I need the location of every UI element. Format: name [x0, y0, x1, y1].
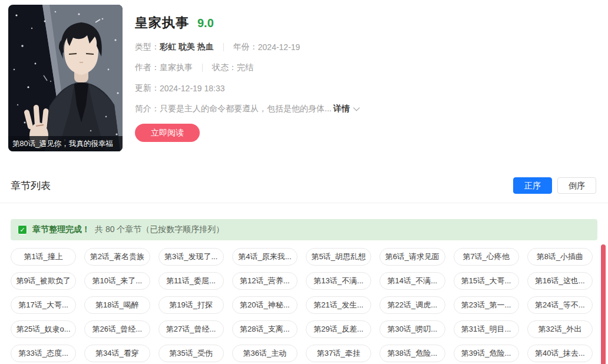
- chapter-link[interactable]: 第31话_明目...: [454, 320, 519, 338]
- chapter-link[interactable]: 第3话_发现了...: [158, 248, 224, 266]
- chapter-link[interactable]: 第35话_受伤: [158, 345, 224, 362]
- cover-art-illustration: [8, 5, 123, 151]
- status-value: 完结: [237, 62, 253, 73]
- meta-row-intro: 简介： 只要是主人的命令都要遵从，包括是他的身体... 详情: [135, 104, 358, 114]
- chapter-link[interactable]: 第18话_喝醉: [84, 296, 150, 314]
- meta-row-author-status: 作者： 皇家执事 状态： 完结: [135, 62, 358, 73]
- chapter-link[interactable]: 第27话_曾经...: [158, 320, 224, 338]
- chapter-link[interactable]: 第5话_胡思乱想: [306, 248, 371, 266]
- chapter-link[interactable]: 第13话_不满...: [306, 272, 371, 290]
- chapter-link[interactable]: 第8话_小插曲: [527, 248, 593, 266]
- chapter-grid: 第1话_撞上 第2话_著名贵族 第3话_发现了... 第4话_原来我... 第5…: [11, 248, 593, 362]
- book-title: 皇家执事: [135, 14, 189, 32]
- chapter-link[interactable]: 第6话_请求见面: [379, 248, 445, 266]
- author-value: 皇家执事: [160, 62, 193, 73]
- status-label: 状态：: [212, 62, 237, 73]
- chapter-list-title: 章节列表: [11, 179, 51, 193]
- chapter-link[interactable]: 第19话_打探: [158, 296, 224, 314]
- meta-row-type-year: 类型： 彩虹 耽美 热血 年份： 2024-12-19: [135, 42, 358, 52]
- type-value[interactable]: 彩虹 耽美 热血: [160, 42, 214, 52]
- alert-detail-text: 共 80 个章节（已按数字顺序排列）: [95, 224, 224, 235]
- book-cover[interactable]: 第80话_遇见你，我真的很幸福: [8, 5, 123, 151]
- sort-toggle-group: 正序 倒序: [513, 177, 596, 194]
- book-info: 皇家执事 9.0 类型： 彩虹 耽美 热血 年份： 2024-12-19 作者：…: [135, 5, 358, 151]
- chapter-link[interactable]: 第21话_发生...: [306, 296, 371, 314]
- chevron-down-icon[interactable]: [353, 104, 359, 111]
- sort-descending-button[interactable]: 倒序: [557, 177, 596, 194]
- chapter-link[interactable]: 第34话_看穿: [84, 345, 150, 362]
- update-label: 更新：: [135, 83, 160, 94]
- intro-detail-link[interactable]: 详情: [333, 104, 350, 114]
- sort-ascending-button[interactable]: 正序: [513, 177, 552, 194]
- chapter-link[interactable]: 第14话_不满...: [379, 272, 445, 290]
- chapter-link[interactable]: 第7话_心疼他: [454, 248, 519, 266]
- chapter-link[interactable]: 第33话_态度...: [11, 345, 76, 362]
- read-now-button[interactable]: 立即阅读: [135, 124, 200, 142]
- chapter-link[interactable]: 第36话_主动: [232, 345, 298, 362]
- chapter-link[interactable]: 第38话_危险...: [379, 345, 445, 362]
- chapter-link[interactable]: 第16话_这也...: [527, 272, 593, 290]
- chapter-link[interactable]: 第37话_牵挂: [306, 345, 371, 362]
- chapter-link[interactable]: 第23话_第一...: [454, 296, 519, 314]
- chapter-link[interactable]: 第39话_危险...: [454, 345, 519, 362]
- meta-row-update: 更新： 2024-12-19 18:33: [135, 83, 358, 94]
- meta-separator: [202, 64, 203, 72]
- chapter-link[interactable]: 第12话_营养...: [232, 272, 298, 290]
- chapter-link[interactable]: 第40话_抹去...: [527, 345, 593, 362]
- chapters-sorted-alert: ✓ 章节整理完成！ 共 80 个章节（已按数字顺序排列）: [11, 219, 597, 240]
- alert-bold-text: 章节整理完成！: [32, 224, 90, 235]
- chapter-link[interactable]: 第29话_反差...: [306, 320, 371, 338]
- chapter-section-header: 章节列表 正序 倒序: [11, 177, 596, 194]
- scrollbar-thumb[interactable]: [601, 244, 606, 364]
- book-detail-header: 第80话_遇见你，我真的很幸福 皇家执事 9.0 类型： 彩虹 耽美 热血 年份…: [0, 0, 608, 151]
- chapter-link[interactable]: 第22话_调虎...: [379, 296, 445, 314]
- chapter-link[interactable]: 第4话_原来我...: [232, 248, 298, 266]
- author-label: 作者：: [135, 62, 160, 73]
- chapter-link[interactable]: 第32话_外出: [527, 320, 593, 338]
- chapter-link[interactable]: 第28话_支离...: [232, 320, 298, 338]
- year-label: 年份：: [233, 42, 258, 52]
- chapter-link[interactable]: 第30话_唠叨...: [379, 320, 445, 338]
- book-rating: 9.0: [197, 16, 214, 30]
- check-icon: ✓: [18, 225, 27, 234]
- type-label: 类型：: [135, 42, 160, 52]
- chapter-link[interactable]: 第25话_奴隶o...: [11, 320, 76, 338]
- intro-label: 简介：: [135, 104, 160, 114]
- chapter-link[interactable]: 第15话_大哥...: [454, 272, 519, 290]
- intro-text: 只要是主人的命令都要遵从，包括是他的身体...: [160, 104, 332, 114]
- chapter-link[interactable]: 第1话_撞上: [11, 248, 76, 266]
- cover-latest-chapter-caption: 第80话_遇见你，我真的很幸福: [8, 136, 123, 151]
- section-divider: [0, 203, 608, 203]
- year-value: 2024-12-19: [258, 42, 300, 52]
- chapter-link[interactable]: 第26话_曾经...: [84, 320, 150, 338]
- meta-separator: [223, 43, 224, 51]
- chapter-link[interactable]: 第20话_神秘...: [232, 296, 298, 314]
- chapter-link[interactable]: 第17话_大哥...: [11, 296, 76, 314]
- update-value: 2024-12-19 18:33: [160, 84, 225, 93]
- chapter-link[interactable]: 第2话_著名贵族: [84, 248, 150, 266]
- chapter-link[interactable]: 第11话_委屈...: [158, 272, 224, 290]
- chapter-link[interactable]: 第9话_被欺负了: [11, 272, 76, 290]
- chapter-link[interactable]: 第24话_等不...: [527, 296, 593, 314]
- chapter-link[interactable]: 第10话_来了...: [84, 272, 150, 290]
